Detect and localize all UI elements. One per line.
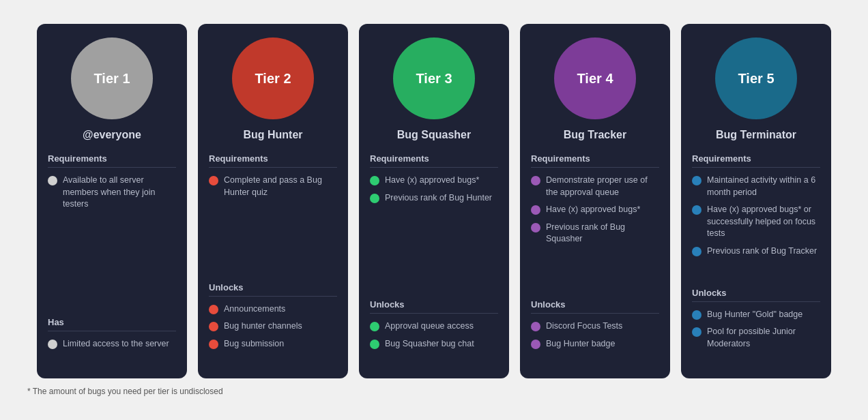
requirements-section-tier1: RequirementsAvailable to all server memb… xyxy=(48,153,176,216)
unlocks-section-tier2: UnlocksAnnouncementsBug hunter channelsB… xyxy=(209,282,337,356)
unlocks-section-tier3: UnlocksApproval queue accessBug Squasher… xyxy=(370,299,498,355)
req-text-tier4-2: Previous rank of Bug Squasher xyxy=(546,222,659,245)
unl-text-tier5-0: Bug Hunter "Gold" badge xyxy=(707,309,802,321)
unl-text-tier2-1: Bug hunter channels xyxy=(224,320,302,333)
req-dot-tier3-1 xyxy=(370,194,379,203)
tier-name-tier4: Bug Tracker xyxy=(564,129,626,141)
req-item-tier3-1: Previous rank of Bug Hunter xyxy=(370,192,498,205)
card-tier3: Tier 3Bug SquasherRequirementsHave (x) a… xyxy=(359,24,509,378)
req-dot-tier3-0 xyxy=(370,176,379,185)
req-text-tier3-1: Previous rank of Bug Hunter xyxy=(385,192,492,205)
tier-circle-tier1: Tier 1 xyxy=(71,38,153,119)
unl-item-tier2-2: Bug submission xyxy=(209,338,337,350)
req-item-tier1-0: Available to all server members when the… xyxy=(48,175,176,211)
cards-container: Tier 1@everyoneRequirementsAvailable to … xyxy=(27,24,841,378)
req-dot-tier5-0 xyxy=(692,176,701,185)
req-item-tier3-0: Have (x) approved bugs* xyxy=(370,175,498,187)
unl-dot-tier5-1 xyxy=(692,327,701,337)
tier-name-tier2: Bug Hunter xyxy=(243,129,302,141)
req-item-tier5-2: Previous rank of Bug Tracker xyxy=(692,245,820,258)
unl-text-tier5-1: Pool for possible Junior Moderators xyxy=(707,326,820,350)
unlocks-section-tier5: UnlocksBug Hunter "Gold" badgePool for p… xyxy=(692,288,820,356)
has-item-tier1-0: Limited access to the server xyxy=(48,338,176,350)
tier-name-tier3: Bug Squasher xyxy=(397,129,471,141)
unlocks-title-tier5: Unlocks xyxy=(692,288,820,302)
unl-dot-tier2-2 xyxy=(209,340,218,349)
tier-name-tier1: @everyone xyxy=(83,129,141,141)
req-dot-tier5-2 xyxy=(692,247,701,256)
req-item-tier2-0: Complete and pass a Bug Hunter quiz xyxy=(209,175,337,198)
unl-text-tier2-2: Bug submission xyxy=(224,338,284,350)
unl-dot-tier3-0 xyxy=(370,322,379,331)
unlocks-section-tier4: UnlocksDiscord Focus TestsBug Hunter bad… xyxy=(531,299,659,355)
unl-item-tier2-1: Bug hunter channels xyxy=(209,320,337,333)
req-dot-tier4-0 xyxy=(531,176,540,185)
req-item-tier4-2: Previous rank of Bug Squasher xyxy=(531,222,659,245)
unl-dot-tier2-0 xyxy=(209,305,218,314)
card-tier2: Tier 2Bug HunterRequirementsComplete and… xyxy=(198,24,348,378)
requirements-title-tier1: Requirements xyxy=(48,153,176,168)
unlocks-title-tier2: Unlocks xyxy=(209,282,337,297)
unl-dot-tier4-1 xyxy=(531,340,540,349)
requirements-section-tier4: RequirementsDemonstrate proper use of th… xyxy=(531,153,659,251)
requirements-section-tier5: RequirementsMaintained activity within a… xyxy=(692,153,820,262)
unl-item-tier2-0: Announcements xyxy=(209,303,337,316)
tier-circle-tier2: Tier 2 xyxy=(232,38,314,119)
req-text-tier2-0: Complete and pass a Bug Hunter quiz xyxy=(224,175,337,198)
footnote: * The amount of bugs you need per tier i… xyxy=(27,387,841,396)
card-tier4: Tier 4Bug TrackerRequirementsDemonstrate… xyxy=(520,24,670,378)
req-text-tier4-0: Demonstrate proper use of the approval q… xyxy=(546,175,659,198)
requirements-section-tier2: RequirementsComplete and pass a Bug Hunt… xyxy=(209,153,337,204)
card-tier5: Tier 5Bug TerminatorRequirementsMaintain… xyxy=(681,24,831,378)
tier-circle-tier5: Tier 5 xyxy=(715,38,797,119)
req-item-tier5-0: Maintained activity within a 6 month per… xyxy=(692,175,820,198)
req-dot-tier4-1 xyxy=(531,205,540,215)
req-item-tier4-0: Demonstrate proper use of the approval q… xyxy=(531,175,659,198)
req-text-tier5-2: Previous rank of Bug Tracker xyxy=(707,245,817,258)
unl-text-tier4-0: Discord Focus Tests xyxy=(546,320,622,333)
requirements-title-tier3: Requirements xyxy=(370,153,498,168)
req-text-tier5-1: Have (x) approved bugs* or successfully … xyxy=(707,204,820,240)
req-dot-tier4-2 xyxy=(531,223,540,232)
req-text-tier3-0: Have (x) approved bugs* xyxy=(385,175,479,187)
req-item-tier4-1: Have (x) approved bugs* xyxy=(531,204,659,216)
req-dot-tier1-0 xyxy=(48,176,57,185)
has-dot-tier1-0 xyxy=(48,340,57,349)
unl-text-tier3-1: Bug Squasher bug chat xyxy=(385,338,474,350)
unlocks-title-tier3: Unlocks xyxy=(370,299,498,314)
unl-text-tier3-0: Approval queue access xyxy=(385,320,474,333)
requirements-section-tier3: RequirementsHave (x) approved bugs*Previ… xyxy=(370,153,498,209)
unl-text-tier2-0: Announcements xyxy=(224,303,285,316)
has-title-tier1: Has xyxy=(48,317,176,331)
req-dot-tier5-1 xyxy=(692,205,701,215)
unl-item-tier5-0: Bug Hunter "Gold" badge xyxy=(692,309,820,321)
req-dot-tier2-0 xyxy=(209,176,218,185)
req-item-tier5-1: Have (x) approved bugs* or successfully … xyxy=(692,204,820,240)
unl-item-tier4-1: Bug Hunter badge xyxy=(531,338,659,350)
tier-name-tier5: Bug Terminator xyxy=(716,129,796,141)
unl-item-tier4-0: Discord Focus Tests xyxy=(531,320,659,333)
req-text-tier5-0: Maintained activity within a 6 month per… xyxy=(707,175,820,198)
requirements-title-tier4: Requirements xyxy=(531,153,659,168)
tier-circle-tier4: Tier 4 xyxy=(554,38,636,119)
requirements-title-tier5: Requirements xyxy=(692,153,820,168)
unl-item-tier3-0: Approval queue access xyxy=(370,320,498,333)
unl-dot-tier4-0 xyxy=(531,322,540,331)
unl-dot-tier5-0 xyxy=(692,310,701,320)
unl-dot-tier2-1 xyxy=(209,322,218,331)
unl-text-tier4-1: Bug Hunter badge xyxy=(546,338,615,350)
req-text-tier4-1: Have (x) approved bugs* xyxy=(546,204,640,216)
unlocks-title-tier4: Unlocks xyxy=(531,299,659,314)
has-section-tier1: HasLimited access to the server xyxy=(48,317,176,356)
has-text-tier1-0: Limited access to the server xyxy=(63,338,169,350)
requirements-title-tier2: Requirements xyxy=(209,153,337,168)
tier-circle-tier3: Tier 3 xyxy=(393,38,475,119)
unl-item-tier3-1: Bug Squasher bug chat xyxy=(370,338,498,350)
req-text-tier1-0: Available to all server members when the… xyxy=(63,175,176,211)
unl-item-tier5-1: Pool for possible Junior Moderators xyxy=(692,326,820,350)
unl-dot-tier3-1 xyxy=(370,340,379,349)
card-tier1: Tier 1@everyoneRequirementsAvailable to … xyxy=(37,24,187,378)
